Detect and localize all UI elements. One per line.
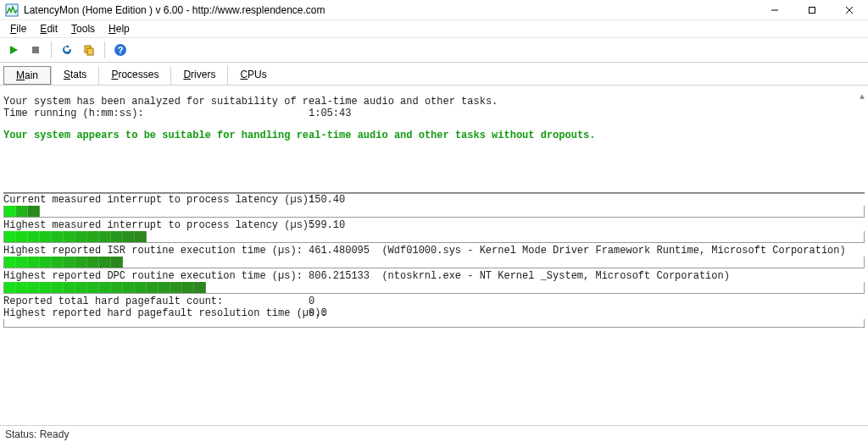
report-panel: ▲ Your system has been analyzed for suit… — [0, 86, 868, 425]
tab-cpus[interactable]: CPUs — [227, 66, 278, 85]
time-running-label: Time running (h:mm:ss): — [3, 108, 309, 119]
toolbar-stop-button[interactable] — [25, 40, 46, 60]
highest-itp-bar — [3, 231, 865, 243]
menu-help[interactable]: Help — [102, 22, 136, 36]
verdict-line: Your system appears to be suitable for h… — [3, 130, 596, 141]
highest-dpc-label: Highest reported DPC routine execution t… — [3, 270, 309, 282]
menubar: File Edit Tools Help — [0, 20, 868, 37]
current-itp-value: 150.40 — [309, 194, 345, 206]
hard-pf-bar — [3, 319, 865, 328]
svg-rect-8 — [87, 48, 93, 55]
tab-drivers[interactable]: Drivers — [170, 66, 227, 85]
status-text: Status: Ready — [5, 428, 69, 440]
menu-edit[interactable]: Edit — [33, 22, 64, 36]
hard-pf-count-label: Reported total hard pagefault count: — [3, 296, 309, 307]
highest-isr-bar — [3, 257, 865, 268]
report-analyzed-line: Your system has been analyzed for suitab… — [3, 96, 498, 108]
toolbar-help-button[interactable]: ? — [110, 40, 131, 60]
menu-tools[interactable]: Tools — [64, 22, 102, 36]
toolbar: ? — [0, 37, 868, 63]
highest-isr-value: 461.480095 — [309, 245, 370, 257]
svg-rect-2 — [810, 7, 815, 13]
window-maximize-button[interactable] — [793, 0, 831, 20]
window-minimize-button[interactable] — [756, 0, 793, 20]
menu-file[interactable]: File — [3, 22, 33, 36]
toolbar-copy-button[interactable] — [79, 40, 99, 60]
hard-pf-count-value: 0 — [309, 296, 314, 307]
svg-rect-6 — [32, 47, 39, 53]
hard-pf-time-label: Highest reported hard pagefault resoluti… — [3, 307, 309, 319]
highest-itp-label: Highest measured interrupt to process la… — [3, 219, 309, 231]
highest-itp-value: 599.10 — [309, 219, 345, 231]
current-itp-bar — [3, 206, 865, 218]
highest-dpc-extra: (ntoskrnl.exe - NT Kernel _System, Micro… — [381, 270, 729, 282]
highest-dpc-value: 806.215133 — [309, 270, 370, 282]
toolbar-separator — [51, 41, 52, 58]
tabstrip: Main Stats Processes Drivers CPUs — [0, 63, 868, 86]
highest-isr-extra: (Wdf01000.sys - Kernel Mode Driver Frame… — [381, 245, 845, 257]
window-close-button[interactable] — [831, 0, 868, 20]
scroll-up-arrow-icon[interactable]: ▲ — [860, 92, 865, 102]
toolbar-separator — [104, 41, 105, 58]
tab-stats[interactable]: Stats — [51, 66, 98, 85]
svg-marker-5 — [10, 46, 18, 54]
highest-dpc-bar — [3, 282, 865, 294]
tab-main[interactable]: Main — [3, 66, 51, 85]
current-itp-label: Current measured interrupt to process la… — [3, 194, 309, 206]
tab-processes[interactable]: Processes — [98, 66, 170, 85]
statusbar: Status: Ready — [0, 425, 868, 442]
hard-pf-time-value: 0.0 — [309, 307, 327, 319]
svg-text:?: ? — [118, 45, 124, 55]
titlebar: LatencyMon (Home Edition ) v 6.00 - http… — [0, 0, 868, 20]
time-running-value: 1:05:43 — [309, 108, 351, 119]
highest-isr-label: Highest reported ISR routine execution t… — [3, 245, 309, 257]
toolbar-start-button[interactable] — [3, 40, 24, 60]
window-title: LatencyMon (Home Edition ) v 6.00 - http… — [24, 4, 756, 16]
app-icon — [5, 3, 19, 17]
toolbar-refresh-button[interactable] — [57, 40, 77, 60]
